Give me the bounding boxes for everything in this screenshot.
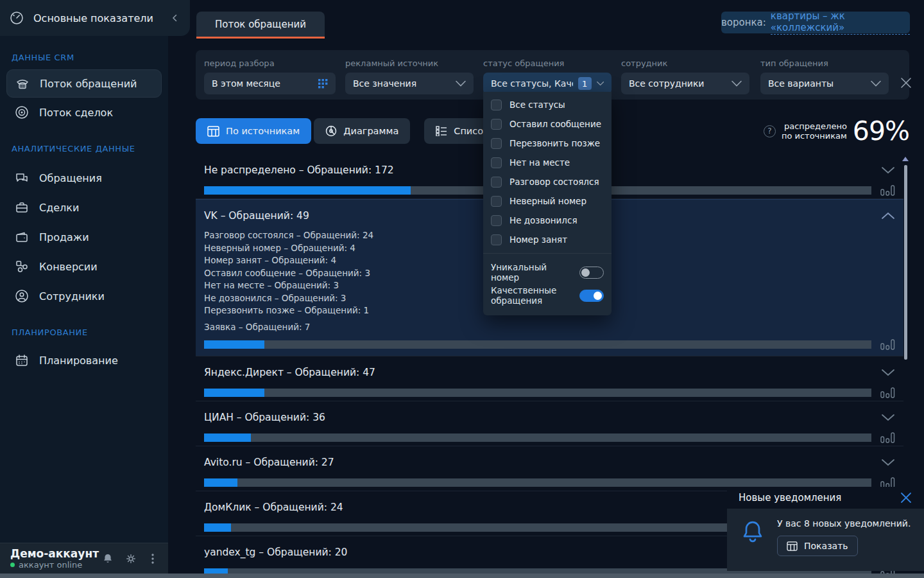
chevron-down-icon[interactable] [881,459,895,466]
horizontal-scrollbar[interactable] [0,574,924,578]
sidebar-item-flow-calls[interactable]: Поток обращений [6,69,162,98]
account-name: Демо-аккаунт [10,548,99,560]
checkbox-icon[interactable] [491,119,502,130]
toast-message: У вас 8 новых уведомлений. [777,518,911,529]
bar-chart-icon[interactable] [880,339,895,350]
notification-bell-icon [740,518,766,547]
chevron-up-icon[interactable] [881,212,895,220]
sidebar-item-label: Планирование [39,355,118,367]
checkbox-icon[interactable] [491,100,502,110]
checkbox-icon[interactable] [491,157,502,168]
sidebar-item-requests[interactable]: Обращения [6,163,162,193]
chevron-down-icon [871,80,881,87]
sidebar-item-label: Поток обращений [40,78,137,90]
type-select[interactable]: Все варианты [760,73,889,94]
collapse-sidebar-icon[interactable] [169,12,181,24]
sidebar-item-flow-deals[interactable]: Поток сделок [6,98,162,127]
progress-track [204,478,871,487]
sidebar-section-crm: ДАННЫЕ CRM [12,53,157,63]
source-title: Не распределено – Обращений: 172 [204,164,394,176]
source-title: Яндекс.Директ – Обращений: 47 [204,367,375,378]
bar-chart-icon[interactable] [880,387,895,398]
status-option-busy[interactable]: Номер занят [483,230,612,249]
quality-calls-toggle[interactable] [579,290,604,302]
status-option-call-later[interactable]: Перезвонить позже [483,134,612,153]
sidebar-item-employees[interactable]: Сотрудники [6,281,162,311]
bell-icon[interactable] [101,552,114,565]
pie-chart-icon [325,125,337,137]
list-icon [436,126,447,136]
status-option-no-answer[interactable]: Не дозвонился [483,211,612,230]
chevron-down-icon[interactable] [881,166,895,174]
help-icon[interactable]: ? [764,125,776,137]
chevron-down-icon [597,80,604,87]
sidebar-item-label: Сделки [39,202,79,214]
person-circle-icon [14,288,30,304]
chevron-down-icon[interactable] [881,369,895,376]
sidebar-header[interactable]: Основные показатели [0,0,190,36]
ad-source-select[interactable]: Все значения [345,73,474,94]
sidebar-header-label: Основные показатели [33,12,153,24]
period-input[interactable]: В этом месяце [204,73,336,94]
sidebar-item-deals[interactable]: Сделки [6,193,162,222]
progress-fill [204,478,237,487]
status-option-talk-happened[interactable]: Разговор состоялся [483,172,612,191]
status-option-left-message[interactable]: Оставил сообщение [483,114,612,134]
quality-calls-toggle-row: Качественные обращения [491,286,604,306]
filter-status-label: статус обращения [483,58,612,68]
by-sources-button[interactable]: По источникам [196,118,311,144]
chevron-down-icon [456,80,466,87]
sidebar-item-label: Обращения [39,172,102,184]
table-icon [207,126,219,137]
progress-track [204,340,871,349]
checkbox-icon[interactable] [491,138,502,149]
close-icon[interactable] [900,491,912,504]
sidebar-item-label: Сотрудники [39,290,105,302]
clear-filters-icon[interactable] [899,76,913,90]
status-option-not-present[interactable]: Нет на месте [483,153,612,172]
app-screen: Основные показатели ДАННЫЕ CRM Поток обр… [0,0,924,578]
tab-flow-calls[interactable]: Поток обращений [196,12,325,39]
bar-chart-icon[interactable] [880,432,895,443]
status-count-badge: 1 [578,77,592,90]
chevron-down-icon[interactable] [881,414,895,421]
progress-fill [204,186,411,195]
status-option-all[interactable]: Все статусы [483,95,612,114]
filter-period: период разбора В этом месяце [204,58,336,94]
sidebar-nav: ДАННЫЕ CRM Поток обращений Поток сделок … [0,39,168,375]
account-footer: Демо-аккаунт аккаунт online [0,543,168,574]
sidebar-item-sales[interactable]: Продажи [6,222,162,252]
diagram-button[interactable]: Диаграмма [314,118,410,144]
sidebar-item-label: Конверсии [39,261,98,273]
kebab-menu-icon[interactable] [148,552,158,565]
filter-period-label: период разбора [204,58,336,68]
status-option-wrong-number[interactable]: Неверный номер [483,191,612,211]
sidebar-item-planning[interactable]: Планирование [6,346,162,375]
checkbox-icon[interactable] [491,177,502,188]
scrollbar-thumb[interactable] [904,165,907,360]
wallet-icon [14,229,30,245]
checkbox-icon[interactable] [491,196,502,207]
status-select[interactable]: Все статусы, Качестве... 1 [483,73,612,94]
funnel-link[interactable]: квартиры – жк «коллежский» [771,10,910,35]
source-title: Avito.ru – Обращений: 27 [204,457,334,468]
filter-status: статус обращения Все статусы, Качестве..… [483,58,612,94]
toast-body: У вас 8 новых уведомлений. Показать [727,509,924,571]
checkbox-icon[interactable] [491,234,502,245]
bar-chart-icon[interactable] [880,477,895,488]
sidebar-section-planning: ПЛАНИРОВАНИЕ [12,328,157,338]
employee-select[interactable]: Все сотрудники [621,73,749,94]
funnel-chip: воронка: квартиры – жк «коллежский» [721,12,910,33]
checkbox-icon[interactable] [491,215,502,226]
sidebar-item-conversions[interactable]: Конверсии [6,252,162,281]
source-title: ЦИАН – Обращений: 36 [204,412,325,423]
show-notifications-button[interactable]: Показать [777,536,858,556]
filter-type: тип обращения Все варианты [760,58,889,94]
progress-fill [204,340,264,349]
scroll-up-arrow-icon[interactable] [902,157,909,161]
toast-header: Новые уведомления [727,487,924,509]
unique-number-toggle[interactable] [579,267,604,279]
bar-chart-icon[interactable] [880,185,895,196]
progress-track [204,389,871,397]
gear-icon[interactable] [124,552,137,565]
